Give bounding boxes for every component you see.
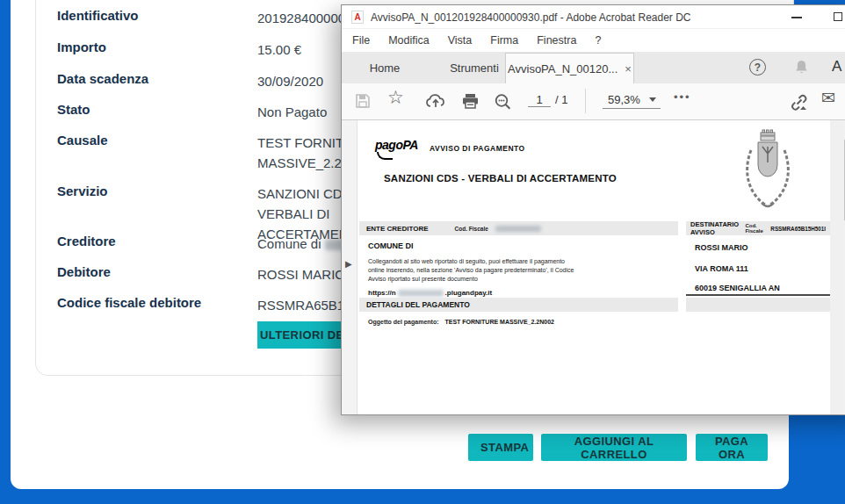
field-label: Creditore — [57, 234, 242, 248]
dettagli-band-right — [686, 298, 830, 312]
add-to-cart-button[interactable]: AGGIUNGI AL CARRELLO — [541, 434, 687, 461]
field-label: Stato — [57, 102, 242, 117]
municipal-coat-of-arms — [739, 129, 797, 213]
payment-instructions: Collegandoti al sito web riportato di se… — [368, 257, 579, 284]
chevron-down-icon — [649, 97, 656, 102]
acrobat-app-icon: A — [351, 11, 364, 24]
field-label: Data scadenza — [57, 71, 242, 86]
tab-document-label: AvvisoPA_N_00120... — [508, 62, 618, 76]
print-icon[interactable] — [461, 92, 480, 110]
toolbar-divider — [585, 89, 586, 113]
bell-icon[interactable] — [793, 59, 810, 76]
pdf-page[interactable]: pagoPA AVVISO DI PAGAMENTO SANZIONI CDS … — [358, 120, 830, 414]
zoom-level-value: 59,3% — [608, 93, 640, 106]
menu-help[interactable]: ? — [595, 34, 601, 47]
menu-edit[interactable]: Modifica — [388, 34, 430, 47]
document-viewport: ▶ pagoPA AVVISO DI PAGAMENTO SANZIONI CD… — [342, 120, 845, 414]
ente-name: COMUNE DI — [368, 241, 414, 250]
pagopa-logo: pagoPA — [375, 138, 421, 160]
field-label: Identificativo — [57, 8, 242, 23]
destinatario-band: DESTINATARIO AVVISO Cod. Fiscale RSSMRA6… — [686, 221, 830, 235]
field-label: Importo — [57, 40, 242, 54]
toolbar: ☆ 1 / 1 59,3% ••• ✉ — [342, 83, 845, 120]
window-titlebar[interactable]: A AvvisoPA_N_001201928400000930.pdf - Ad… — [342, 5, 845, 29]
page-number-input[interactable]: 1 — [528, 93, 551, 107]
destinatario-name: ROSSI MARIO — [695, 243, 748, 252]
save-icon[interactable] — [354, 92, 372, 110]
minimize-button[interactable] — [791, 17, 802, 18]
destinatario-city: 60019 SENIGALLIA AN — [695, 284, 780, 292]
redacted-fiscal-code — [495, 226, 541, 232]
cloud-upload-icon[interactable] — [425, 92, 446, 110]
zoom-level-dropdown[interactable]: 59,3% — [603, 93, 661, 109]
nav-pane-toggle-icon[interactable]: ▶ — [345, 259, 352, 269]
field-label: Causale — [57, 133, 242, 148]
tab-bar: Home Strumenti AvvisoPA_N_00120... × ? A — [342, 52, 845, 83]
field-label: Servizio — [57, 184, 242, 198]
pdf-doc-title: SANZIONI CDS - VERBALI DI ACCERTAMENTO — [384, 173, 617, 184]
field-label: Codice fiscale debitore — [57, 295, 242, 310]
menu-sign[interactable]: Firma — [490, 34, 518, 47]
pay-now-button[interactable]: PAGA ORA — [696, 434, 768, 461]
user-menu[interactable]: A — [832, 58, 841, 76]
payment-url: https://n .plugandpay.it — [368, 289, 492, 297]
maximize-button[interactable] — [834, 12, 842, 21]
ente-creditore-band: ENTE CREDITORE Cod. Fiscale — [359, 221, 678, 235]
nav-pane-strip[interactable]: ▶ — [342, 120, 358, 414]
field-label: Debitore — [57, 264, 242, 279]
menu-window[interactable]: Finestra — [537, 34, 576, 47]
tab-document[interactable]: AvvisoPA_N_00120... × — [505, 53, 634, 83]
oggetto-row: Oggetto del pagamento: TEST FORNITURE MA… — [368, 319, 554, 325]
tab-home[interactable]: Home — [345, 52, 424, 83]
menu-view[interactable]: Vista — [448, 34, 473, 47]
tab-close-icon[interactable]: × — [625, 62, 632, 76]
print-button[interactable]: STAMPA — [468, 434, 533, 461]
share-link-icon[interactable] — [788, 92, 811, 113]
menu-file[interactable]: File — [352, 34, 370, 47]
pdf-kicker: AVVISO DI PAGAMENTO — [430, 144, 525, 153]
pagopa-logo-swoosh — [377, 152, 393, 160]
oggetto-value: TEST FORNITURE MASSIVE_2.2N002 — [444, 319, 553, 325]
menu-bar: File Modifica Vista Firma Finestra ? — [342, 29, 845, 52]
window-title: AvvisoPA_N_001201928400000930.pdf - Adob… — [371, 11, 691, 24]
search-zoom-icon[interactable] — [493, 92, 514, 113]
acrobat-window: A AvvisoPA_N_001201928400000930.pdf - Ad… — [341, 4, 845, 415]
destinatario-divider — [686, 294, 830, 296]
dettagli-band: DETTAGLI DEL PAGAMENTO — [359, 298, 678, 312]
more-tools-icon[interactable]: ••• — [674, 90, 691, 104]
page-total: / 1 — [555, 93, 567, 106]
destinatario-fiscal-code: RSSMRA65B15H501I — [770, 226, 826, 232]
star-icon[interactable]: ☆ — [387, 87, 404, 108]
destinatario-address: VIA ROMA 111 — [695, 264, 748, 273]
help-icon[interactable]: ? — [749, 59, 766, 76]
redacted-url-part — [398, 290, 444, 297]
email-icon[interactable]: ✉ — [821, 88, 835, 108]
